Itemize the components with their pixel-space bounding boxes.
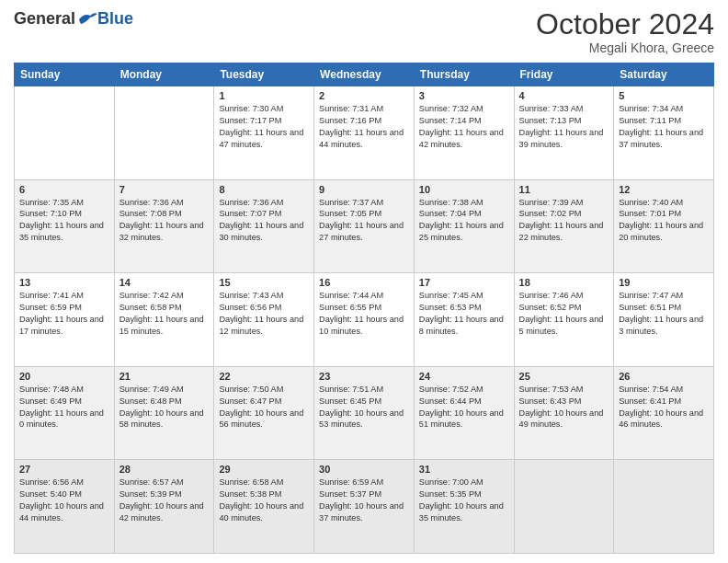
table-row: 14Sunrise: 7:42 AMSunset: 6:58 PMDayligh…: [114, 273, 214, 367]
col-friday: Friday: [514, 63, 614, 86]
table-row: 3Sunrise: 7:32 AMSunset: 7:14 PMDaylight…: [414, 86, 514, 180]
day-number: 6: [19, 184, 109, 195]
cell-info: Sunrise: 6:59 AMSunset: 5:37 PMDaylight:…: [319, 477, 409, 524]
col-tuesday: Tuesday: [214, 63, 314, 86]
cell-info: Sunrise: 7:34 AMSunset: 7:11 PMDaylight:…: [619, 103, 709, 151]
header: General Blue October 2024 Megali Khora, …: [14, 9, 714, 55]
cell-info: Sunrise: 7:49 AMSunset: 6:48 PMDaylight:…: [119, 384, 210, 431]
table-row: 21Sunrise: 7:49 AMSunset: 6:48 PMDayligh…: [114, 366, 214, 460]
day-number: 17: [419, 277, 509, 288]
day-number: 18: [519, 277, 609, 288]
table-row: 17Sunrise: 7:45 AMSunset: 6:53 PMDayligh…: [414, 273, 514, 367]
table-row: 20Sunrise: 7:48 AMSunset: 6:49 PMDayligh…: [15, 366, 115, 460]
calendar-week-row: 20Sunrise: 7:48 AMSunset: 6:49 PMDayligh…: [15, 366, 714, 460]
table-row: 7Sunrise: 7:36 AMSunset: 7:08 PMDaylight…: [114, 179, 214, 273]
table-row: [514, 460, 614, 554]
table-row: 27Sunrise: 6:56 AMSunset: 5:40 PMDayligh…: [15, 460, 115, 554]
table-row: 10Sunrise: 7:38 AMSunset: 7:04 PMDayligh…: [414, 179, 514, 273]
day-number: 14: [119, 277, 210, 288]
table-row: [15, 86, 115, 180]
day-number: 30: [319, 464, 409, 475]
cell-info: Sunrise: 7:32 AMSunset: 7:14 PMDaylight:…: [419, 103, 509, 151]
table-row: 29Sunrise: 6:58 AMSunset: 5:38 PMDayligh…: [214, 460, 314, 554]
logo-general-text: General: [14, 9, 75, 29]
day-number: 29: [219, 464, 309, 475]
day-number: 31: [419, 464, 509, 475]
col-sunday: Sunday: [15, 63, 115, 86]
logo-bird-icon: [77, 11, 97, 28]
day-number: 1: [219, 90, 309, 101]
cell-info: Sunrise: 6:56 AMSunset: 5:40 PMDaylight:…: [19, 477, 109, 524]
day-number: 10: [419, 184, 509, 195]
day-number: 3: [419, 90, 509, 101]
col-monday: Monday: [114, 63, 214, 86]
cell-info: Sunrise: 7:31 AMSunset: 7:16 PMDaylight:…: [319, 103, 409, 151]
cell-info: Sunrise: 7:36 AMSunset: 7:07 PMDaylight:…: [219, 197, 309, 245]
cell-info: Sunrise: 7:37 AMSunset: 7:05 PMDaylight:…: [319, 197, 409, 245]
day-number: 7: [119, 184, 210, 195]
cell-info: Sunrise: 7:33 AMSunset: 7:13 PMDaylight:…: [519, 103, 609, 151]
col-saturday: Saturday: [614, 63, 714, 86]
cell-info: Sunrise: 7:47 AMSunset: 6:51 PMDaylight:…: [619, 290, 709, 338]
cell-info: Sunrise: 7:42 AMSunset: 6:58 PMDaylight:…: [119, 290, 210, 338]
month-title: October 2024: [536, 9, 714, 39]
table-row: 28Sunrise: 6:57 AMSunset: 5:39 PMDayligh…: [114, 460, 214, 554]
cell-info: Sunrise: 7:45 AMSunset: 6:53 PMDaylight:…: [419, 290, 509, 338]
day-number: 2: [319, 90, 409, 101]
table-row: 9Sunrise: 7:37 AMSunset: 7:05 PMDaylight…: [314, 179, 415, 273]
cell-info: Sunrise: 6:58 AMSunset: 5:38 PMDaylight:…: [219, 477, 309, 524]
cell-info: Sunrise: 7:51 AMSunset: 6:45 PMDaylight:…: [319, 384, 409, 431]
day-number: 5: [619, 90, 709, 101]
day-number: 26: [619, 371, 709, 382]
cell-info: Sunrise: 7:46 AMSunset: 6:52 PMDaylight:…: [519, 290, 609, 338]
day-number: 22: [219, 371, 309, 382]
table-row: 15Sunrise: 7:43 AMSunset: 6:56 PMDayligh…: [214, 273, 314, 367]
cell-info: Sunrise: 7:30 AMSunset: 7:17 PMDaylight:…: [219, 103, 309, 151]
cell-info: Sunrise: 7:39 AMSunset: 7:02 PMDaylight:…: [519, 197, 609, 245]
table-row: [114, 86, 214, 180]
cell-info: Sunrise: 7:36 AMSunset: 7:08 PMDaylight:…: [119, 197, 210, 245]
table-row: 13Sunrise: 7:41 AMSunset: 6:59 PMDayligh…: [15, 273, 115, 367]
day-number: 8: [219, 184, 309, 195]
cell-info: Sunrise: 6:57 AMSunset: 5:39 PMDaylight:…: [119, 477, 210, 524]
table-row: 6Sunrise: 7:35 AMSunset: 7:10 PMDaylight…: [15, 179, 115, 273]
cell-info: Sunrise: 7:53 AMSunset: 6:43 PMDaylight:…: [519, 384, 609, 431]
calendar-week-row: 13Sunrise: 7:41 AMSunset: 6:59 PMDayligh…: [15, 273, 714, 367]
cell-info: Sunrise: 7:50 AMSunset: 6:47 PMDaylight:…: [219, 384, 309, 431]
day-number: 12: [619, 184, 709, 195]
table-row: 26Sunrise: 7:54 AMSunset: 6:41 PMDayligh…: [614, 366, 714, 460]
table-row: 16Sunrise: 7:44 AMSunset: 6:55 PMDayligh…: [314, 273, 415, 367]
table-row: 31Sunrise: 7:00 AMSunset: 5:35 PMDayligh…: [414, 460, 514, 554]
cell-info: Sunrise: 7:43 AMSunset: 6:56 PMDaylight:…: [219, 290, 309, 338]
cell-info: Sunrise: 7:40 AMSunset: 7:01 PMDaylight:…: [619, 197, 709, 245]
day-number: 4: [519, 90, 609, 101]
table-row: 12Sunrise: 7:40 AMSunset: 7:01 PMDayligh…: [614, 179, 714, 273]
table-row: 4Sunrise: 7:33 AMSunset: 7:13 PMDaylight…: [514, 86, 614, 180]
col-thursday: Thursday: [414, 63, 514, 86]
table-row: 8Sunrise: 7:36 AMSunset: 7:07 PMDaylight…: [214, 179, 314, 273]
header-row: Sunday Monday Tuesday Wednesday Thursday…: [15, 63, 714, 86]
table-row: 19Sunrise: 7:47 AMSunset: 6:51 PMDayligh…: [614, 273, 714, 367]
day-number: 25: [519, 371, 609, 382]
calendar-week-row: 27Sunrise: 6:56 AMSunset: 5:40 PMDayligh…: [15, 460, 714, 554]
day-number: 13: [19, 277, 109, 288]
day-number: 9: [319, 184, 409, 195]
cell-info: Sunrise: 7:38 AMSunset: 7:04 PMDaylight:…: [419, 197, 509, 245]
day-number: 21: [119, 371, 210, 382]
logo-blue-text: Blue: [97, 9, 133, 29]
cell-info: Sunrise: 7:54 AMSunset: 6:41 PMDaylight:…: [619, 384, 709, 431]
calendar-week-row: 1Sunrise: 7:30 AMSunset: 7:17 PMDaylight…: [15, 86, 714, 180]
table-row: 23Sunrise: 7:51 AMSunset: 6:45 PMDayligh…: [314, 366, 415, 460]
table-row: 30Sunrise: 6:59 AMSunset: 5:37 PMDayligh…: [314, 460, 415, 554]
table-row: [614, 460, 714, 554]
day-number: 28: [119, 464, 210, 475]
cell-info: Sunrise: 7:48 AMSunset: 6:49 PMDaylight:…: [19, 384, 109, 431]
table-row: 1Sunrise: 7:30 AMSunset: 7:17 PMDaylight…: [214, 86, 314, 180]
table-row: 2Sunrise: 7:31 AMSunset: 7:16 PMDaylight…: [314, 86, 415, 180]
cell-info: Sunrise: 7:44 AMSunset: 6:55 PMDaylight:…: [319, 290, 409, 338]
day-number: 11: [519, 184, 609, 195]
day-number: 24: [419, 371, 509, 382]
title-section: October 2024 Megali Khora, Greece: [536, 9, 714, 55]
location: Megali Khora, Greece: [536, 40, 714, 55]
table-row: 5Sunrise: 7:34 AMSunset: 7:11 PMDaylight…: [614, 86, 714, 180]
